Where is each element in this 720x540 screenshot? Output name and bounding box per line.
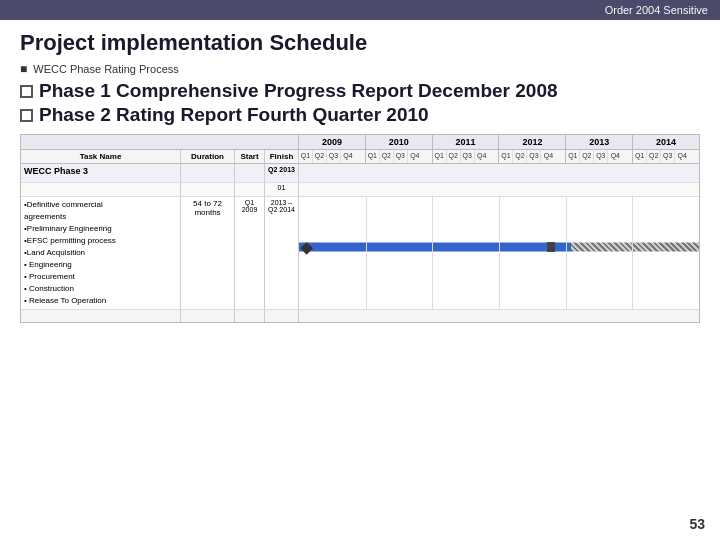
years-section: 2009 2010 2011 2012 2013 2014 [299, 135, 699, 149]
section-header: WECC Phase 3 Q2 2013 [21, 164, 699, 183]
task1: •Definitive commercial [24, 199, 177, 211]
q2-2012: Q2 [513, 150, 527, 163]
year-q-2012: Q1 Q2 Q3 Q4 [499, 150, 566, 163]
q4-2011: Q4 [475, 150, 489, 163]
year-2014: 2014 [633, 135, 699, 149]
year-2011: 2011 [433, 135, 500, 149]
gantt-bar-area [299, 197, 699, 309]
gantt-bar-blue [299, 243, 571, 252]
sub-header-row: Task Name Duration Start Finish Q1 Q2 Q3… [21, 150, 699, 164]
bullet-label: WECC Phase Rating Process [33, 63, 179, 75]
footer-row [21, 310, 699, 322]
page-title: Project implementation Schedule [20, 30, 700, 56]
task-list-cell: •Definitive commercial agreements •Preli… [21, 197, 181, 309]
main-content: Project implementation Schedule ■ WECC P… [0, 20, 720, 333]
year-q-2011: Q1 Q2 Q3 Q4 [433, 150, 500, 163]
col-headers-placeholder [21, 135, 299, 149]
schedule-table: 2009 2010 2011 2012 2013 2014 Task Name … [20, 134, 700, 323]
q3-2010: Q3 [394, 150, 408, 163]
year-2009: 2009 [299, 135, 366, 149]
quarters-row: Q1 Q2 Q3 Q4 Q1 Q2 Q3 Q4 Q1 Q2 Q3 Q4 [299, 150, 699, 163]
gantt-bar-hatch [571, 243, 699, 252]
phases-row: Phase 1 Comprehensive Progress Report De… [20, 80, 700, 126]
q2-2009: Q2 [313, 150, 327, 163]
year-header-row: 2009 2010 2011 2012 2013 2014 [21, 135, 699, 150]
top-bar-label: Order 2004 Sensitive [605, 4, 708, 16]
q1-2009: Q1 [299, 150, 313, 163]
phase1-item: Phase 1 Comprehensive Progress Report De… [20, 80, 700, 102]
bullet-icon-n: ■ [20, 62, 27, 76]
q4-2013: Q4 [608, 150, 622, 163]
q3-2012: Q3 [527, 150, 541, 163]
top-bar: Order 2004 Sensitive [0, 0, 720, 20]
milestone1-label: Q2 2013 [267, 166, 296, 174]
q4-2012: Q4 [541, 150, 555, 163]
task5: •Land Acquisition [24, 247, 177, 259]
gantt-bar-mid [547, 242, 555, 252]
year-q-2010: Q1 Q2 Q3 Q4 [366, 150, 433, 163]
q2-2014: Q2 [647, 150, 661, 163]
milestone2-label: 01 [265, 183, 299, 196]
bullet-section: ■ WECC Phase Rating Process [20, 62, 700, 76]
q4-2010: Q4 [408, 150, 422, 163]
task8: • Construction [24, 283, 177, 295]
sec-start [235, 164, 265, 182]
duration-cell: 54 to 72 months [181, 197, 235, 309]
page-number: 53 [689, 516, 705, 532]
task9: • Release To Operation [24, 295, 177, 307]
q1-2012: Q1 [499, 150, 513, 163]
task7: • Procurement [24, 271, 177, 283]
q1-2011: Q1 [433, 150, 447, 163]
year-q-2013: Q1 Q2 Q3 Q4 [566, 150, 633, 163]
finish-cell: 2013 – Q2 2014 [265, 197, 299, 309]
q2-2010: Q2 [380, 150, 394, 163]
start-cell: Q1 2009 [235, 197, 265, 309]
q1-2013: Q1 [566, 150, 580, 163]
year-2013: 2013 [566, 135, 633, 149]
phase2-checkbox [20, 109, 33, 122]
q2-2011: Q2 [447, 150, 461, 163]
q1-2010: Q1 [366, 150, 380, 163]
task3: •Preliminary Engineering [24, 223, 177, 235]
phase2-label: Phase 2 Rating Report Fourth Quarter 201… [39, 104, 429, 126]
phase1-label: Phase 1 Comprehensive Progress Report De… [39, 80, 558, 102]
col-start-header: Start [235, 150, 265, 163]
q1-2014: Q1 [633, 150, 647, 163]
main-data-row: •Definitive commercial agreements •Preli… [21, 197, 699, 310]
phase2-item: Phase 2 Rating Report Fourth Quarter 201… [20, 104, 700, 126]
q3-2009: Q3 [327, 150, 341, 163]
year-2012: 2012 [499, 135, 566, 149]
q3-2011: Q3 [461, 150, 475, 163]
q4-2009: Q4 [341, 150, 355, 163]
task2: agreements [24, 211, 177, 223]
sec-finish: Q2 2013 [265, 164, 299, 182]
q2-2013: Q2 [580, 150, 594, 163]
col-task-header: Task Name [21, 150, 181, 163]
col-duration-header: Duration [181, 150, 235, 163]
col-finish-header: Finish [265, 150, 299, 163]
grid-2012 [499, 197, 500, 309]
year-q-2014: Q1 Q2 Q3 Q4 [633, 150, 699, 163]
grid-2013 [566, 197, 567, 309]
milestone-gantt [299, 183, 699, 196]
grid-2014 [632, 197, 633, 309]
year-2010: 2010 [366, 135, 433, 149]
grid-2011 [432, 197, 433, 309]
q3-2014: Q3 [661, 150, 675, 163]
sec-duration [181, 164, 235, 182]
task4: •EFSC permitting process [24, 235, 177, 247]
phase1-checkbox [20, 85, 33, 98]
grid-2010 [366, 197, 367, 309]
q3-2013: Q3 [594, 150, 608, 163]
sec-gantt [299, 164, 699, 182]
section-title: WECC Phase 3 [21, 164, 181, 182]
q4-2014: Q4 [675, 150, 689, 163]
milestone-sub-row: 01 [21, 183, 699, 197]
task6: • Engineering [24, 259, 177, 271]
year-q-2009: Q1 Q2 Q3 Q4 [299, 150, 366, 163]
